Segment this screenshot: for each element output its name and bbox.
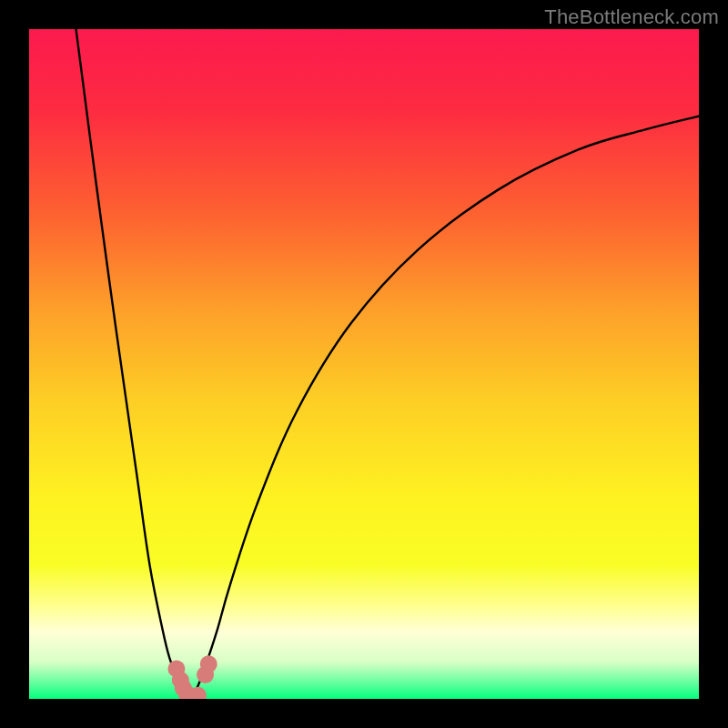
curve-left-branch <box>76 29 190 699</box>
curve-right-branch <box>190 116 699 699</box>
curve-layer <box>29 29 699 699</box>
plot-area <box>29 29 699 699</box>
watermark-text: TheBottleneck.com <box>544 5 719 29</box>
marker-cluster <box>167 655 217 699</box>
marker-dot <box>200 655 217 672</box>
outer-frame: TheBottleneck.com <box>0 0 728 728</box>
